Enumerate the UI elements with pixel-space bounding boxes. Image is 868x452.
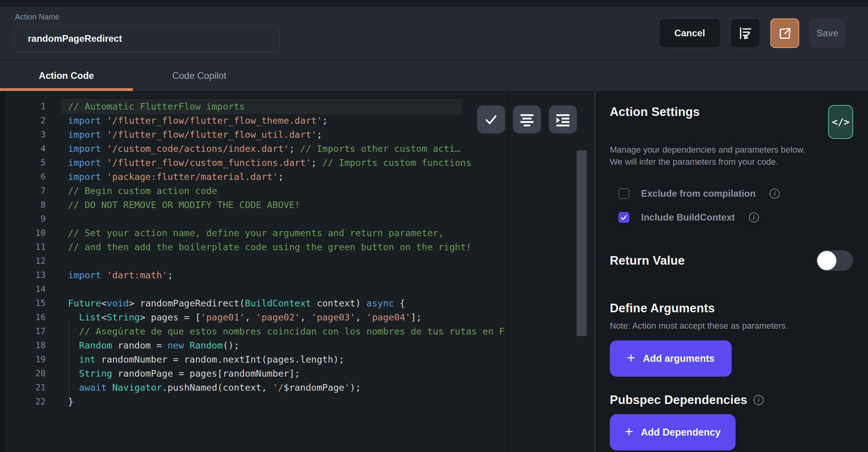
info-icon[interactable]: i — [749, 212, 759, 222]
line-number: 18 — [5, 338, 46, 352]
code-text: import 'package:flutter/material.dart'; — [46, 170, 284, 184]
tab-action-code[interactable]: Action Code — [0, 61, 133, 91]
print-margin-ruler — [508, 91, 509, 452]
code-text: // Asegúrate de que estos nombres coinci… — [46, 324, 505, 338]
format-align-button[interactable] — [513, 105, 541, 133]
add-dependency-button[interactable]: + Add Dependency — [610, 414, 736, 450]
include-buildcontext-label: Include BuildContext — [641, 212, 735, 223]
code-text: import 'dart:math'; — [46, 268, 173, 282]
check-icon — [620, 214, 627, 221]
code-line[interactable]: 21 await Navigator.pushNamed(context, '/… — [5, 381, 508, 395]
define-arguments-note: Note: Action must accept these as parame… — [610, 321, 853, 331]
toggle-knob — [817, 251, 836, 270]
code-line[interactable]: 16 List<String> pages = ['page01', 'page… — [5, 310, 508, 324]
check-icon — [483, 112, 499, 127]
code-text: await Navigator.pushNamed(context, '/$ra… — [46, 381, 361, 395]
code-line[interactable]: 18 Random random = new Random(); — [5, 338, 508, 352]
line-number: 7 — [5, 184, 46, 198]
code-line[interactable]: 8// DO NOT REMOVE OR MODIFY THE CODE ABO… — [5, 198, 508, 212]
code-line[interactable]: 9 — [5, 212, 508, 226]
code-line[interactable]: 14 — [5, 282, 508, 296]
pubspec-dependencies-row: Pubspec Dependencies i — [610, 393, 853, 407]
code-line[interactable]: 4import '/custom_code/actions/index.dart… — [5, 142, 508, 156]
line-number: 9 — [5, 212, 46, 226]
line-number: 16 — [5, 310, 46, 324]
code-text: // DO NOT REMOVE OR MODIFY THE CODE ABOV… — [46, 198, 300, 212]
custom-action-editor: Action Name Cancel — [0, 0, 868, 452]
code-icon: </> — [832, 116, 849, 128]
return-value-label: Return Value — [610, 254, 685, 268]
code-line[interactable]: 17 // Asegúrate de que estos nombres coi… — [5, 324, 508, 338]
include-buildcontext-row: Include BuildContext i — [618, 212, 853, 223]
info-icon[interactable]: i — [770, 189, 780, 199]
code-text: // Set your action name, define your arg… — [46, 226, 444, 240]
check-code-button[interactable] — [477, 105, 505, 133]
action-settings-panel: Action Settings </> Manage your dependen… — [596, 91, 868, 452]
line-number: 20 — [5, 367, 46, 381]
code-text: // Automatic FlutterFlow imports — [46, 100, 245, 114]
return-value-row: Return Value — [610, 250, 853, 271]
save-button[interactable]: Save — [809, 18, 845, 48]
code-lines[interactable]: 1// Automatic FlutterFlow imports2import… — [5, 100, 508, 409]
tab-code-copilot[interactable]: Code Copilot — [133, 61, 266, 91]
code-line[interactable]: 7// Begin custom action code — [5, 184, 508, 198]
code-text: import '/flutter_flow/flutter_flow_util.… — [46, 128, 322, 142]
include-buildcontext-checkbox[interactable] — [618, 212, 629, 223]
code-line[interactable]: 19 int randomNumber = random.nextInt(pag… — [5, 352, 508, 367]
header: Action Name Cancel — [0, 7, 868, 59]
code-line[interactable]: 15Future<void> randomPageRedirect(BuildC… — [5, 296, 508, 310]
code-editor[interactable]: 1// Automatic FlutterFlow imports2import… — [5, 91, 595, 452]
panel-subtitle: Manage your dependencies and parameters … — [610, 144, 807, 168]
line-number: 15 — [5, 296, 46, 310]
editor-scrollbar[interactable] — [577, 150, 587, 336]
align-center-icon — [519, 112, 535, 127]
code-line[interactable]: 11// and then add the boilerplate code u… — [5, 240, 508, 254]
cancel-button[interactable]: Cancel — [659, 18, 720, 48]
line-number: 17 — [5, 324, 46, 338]
line-number: 21 — [5, 381, 46, 395]
return-value-toggle[interactable] — [816, 250, 853, 271]
line-number: 1 — [5, 100, 46, 114]
code-line[interactable]: 22} — [5, 395, 508, 409]
line-number: 13 — [5, 268, 46, 282]
line-number: 6 — [5, 170, 46, 184]
code-text: import '/flutter_flow/custom_functions.d… — [46, 156, 472, 170]
code-text: import '/custom_code/actions/index.dart'… — [46, 142, 461, 156]
line-number: 19 — [5, 352, 46, 367]
code-line[interactable]: 2import '/flutter_flow/flutter_flow_them… — [5, 114, 508, 128]
line-number: 22 — [5, 395, 46, 409]
line-number: 14 — [5, 282, 46, 296]
define-arguments-title: Define Arguments — [610, 301, 853, 315]
code-text: // Begin custom action code — [46, 184, 217, 198]
code-line[interactable]: 13import 'dart:math'; — [5, 268, 508, 282]
indent-icon — [555, 112, 571, 127]
info-icon[interactable]: i — [754, 395, 764, 405]
add-arguments-button[interactable]: + Add arguments — [610, 340, 732, 377]
code-text: } — [46, 395, 73, 409]
view-boilerplate-code-button[interactable]: </> — [828, 105, 853, 139]
expand-editor-button[interactable] — [770, 18, 799, 48]
code-line[interactable]: 1// Automatic FlutterFlow imports — [5, 100, 508, 114]
indent-code-button[interactable] — [549, 105, 577, 133]
code-line[interactable]: 6import 'package:flutter/material.dart'; — [5, 170, 508, 184]
code-line[interactable]: 3import '/flutter_flow/flutter_flow_util… — [5, 128, 508, 142]
open-in-new-icon — [778, 26, 792, 40]
code-line[interactable]: 20 String randomPage = pages[randomNumbe… — [5, 367, 508, 381]
action-name-label: Action Name — [15, 12, 280, 21]
line-number: 3 — [5, 128, 46, 142]
code-line[interactable]: 12 — [5, 254, 508, 268]
code-text: import '/flutter_flow/flutter_flow_theme… — [46, 114, 328, 128]
code-text: int randomNumber = random.nextInt(pages.… — [46, 352, 344, 367]
editor-toolbar — [477, 105, 577, 133]
code-line[interactable]: 10// Set your action name, define your a… — [5, 226, 508, 240]
panel-title: Action Settings — [610, 105, 700, 119]
exclude-compilation-checkbox[interactable] — [618, 188, 629, 199]
format-code-button[interactable] — [730, 18, 760, 48]
line-number: 5 — [5, 156, 46, 170]
exclude-compilation-label: Exclude from compilation — [641, 188, 755, 199]
action-name-input[interactable] — [14, 25, 280, 52]
code-text: Random random = new Random(); — [46, 338, 239, 352]
line-number: 11 — [5, 240, 46, 254]
code-line[interactable]: 5import '/flutter_flow/custom_functions.… — [5, 156, 508, 170]
line-number: 2 — [5, 114, 46, 128]
